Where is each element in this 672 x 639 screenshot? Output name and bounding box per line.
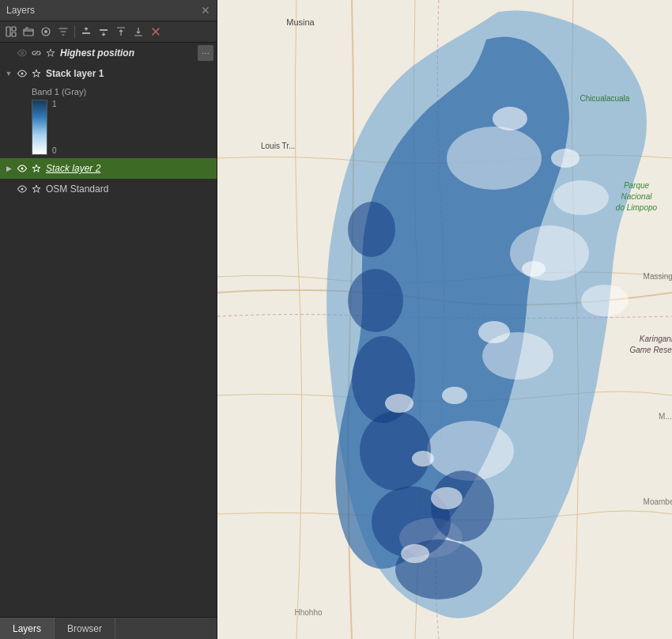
move-to-top-button[interactable]: [113, 24, 129, 40]
svg-point-14: [510, 225, 589, 281]
move-to-bottom-button[interactable]: [130, 24, 146, 40]
visibility-osm-icon[interactable]: [16, 183, 28, 195]
layer-controls-stack2: [16, 162, 43, 175]
svg-text:Massingir: Massingir: [644, 272, 672, 281]
svg-point-31: [522, 261, 546, 277]
svg-text:Parque: Parque: [624, 181, 650, 190]
svg-point-29: [442, 387, 467, 404]
remove-layer-button[interactable]: [148, 24, 164, 40]
svg-text:do Limpopo: do Limpopo: [616, 203, 658, 212]
color-ramp: [32, 100, 47, 155]
expand-stack-2[interactable]: ▶: [3, 163, 14, 174]
layers-panel: Layers ✕: [0, 0, 217, 639]
svg-point-27: [385, 394, 413, 413]
stack-layer-1-label: Stack layer 1: [46, 68, 213, 79]
visibility-highest-icon[interactable]: [16, 47, 28, 59]
svg-point-5: [44, 30, 47, 33]
svg-point-23: [348, 269, 403, 332]
expand-stack-1[interactable]: ▼: [3, 68, 14, 79]
main-area: Layers ✕: [0, 0, 672, 639]
stack-layer-2-label: Stack layer 2: [46, 163, 213, 174]
layer-controls-highest: [16, 47, 57, 59]
highest-position-label: Highest position: [60, 47, 198, 59]
ramp-labels: 1 0: [52, 100, 57, 155]
svg-text:Louis Tr...: Louis Tr...: [261, 142, 295, 150]
layer-row-osm[interactable]: ▶ OSM Standard: [0, 179, 217, 199]
layer-controls-osm: [16, 183, 43, 195]
layer-controls-stack1: [16, 67, 43, 80]
svg-text:M...: M...: [659, 412, 672, 421]
svg-text:Karingani: Karingani: [640, 335, 672, 343]
svg-text:Game Reserve: Game Reserve: [629, 346, 672, 354]
svg-rect-0: [6, 27, 10, 36]
svg-point-24: [348, 202, 395, 257]
map-svg: Musina Chicualacuala Louis Tr... Parque …: [217, 0, 672, 639]
svg-point-28: [412, 451, 434, 467]
color-ramp-container: 1 0: [32, 100, 210, 155]
svg-point-18: [553, 180, 609, 215]
band-label: Band 1 (Gray): [32, 87, 210, 96]
svg-point-34: [431, 487, 462, 509]
layers-toolbar: [0, 21, 217, 43]
band-section: Band 1 (Gray) 1 0: [0, 84, 217, 158]
layers-tab[interactable]: Layers: [0, 618, 55, 639]
bottom-tabs: Layers Browser: [0, 617, 217, 639]
svg-point-10: [21, 168, 24, 170]
osm-standard-label: OSM Standard: [46, 183, 213, 195]
map-area[interactable]: Musina Chicualacuala Louis Tr... Parque …: [217, 0, 672, 639]
svg-rect-2: [12, 32, 16, 36]
svg-point-35: [401, 544, 429, 563]
svg-point-8: [21, 52, 24, 55]
svg-point-32: [551, 149, 580, 168]
open-layer-properties-button[interactable]: [3, 24, 19, 40]
svg-point-30: [478, 321, 510, 343]
layers-list: ▶: [0, 43, 217, 617]
svg-text:Hhohho: Hhohho: [294, 608, 322, 617]
svg-text:Moambe: Moambe: [644, 497, 672, 506]
svg-point-13: [447, 127, 542, 190]
move-layer-up-button[interactable]: [78, 24, 94, 40]
chain-link-icon: [30, 47, 43, 59]
move-layer-down-button[interactable]: [96, 24, 111, 40]
layer-row-stack-2[interactable]: ▶ Stack layer 2: [0, 158, 217, 179]
svg-text:Nacional: Nacional: [621, 192, 653, 201]
svg-text:Musina: Musina: [286, 17, 315, 27]
svg-rect-1: [12, 27, 16, 31]
svg-point-9: [21, 73, 24, 75]
visibility-stack2-icon[interactable]: [16, 162, 28, 175]
svg-point-21: [360, 411, 431, 490]
control-rendering-button[interactable]: [38, 24, 54, 40]
filter-layers-button[interactable]: [55, 24, 71, 40]
panel-title: Layers: [6, 5, 35, 16]
star-icon-highest: [44, 47, 57, 59]
svg-rect-6: [82, 32, 90, 34]
svg-point-19: [581, 285, 629, 316]
star-icon-stack2: [30, 162, 43, 175]
add-group-button[interactable]: [21, 24, 36, 40]
close-button[interactable]: ✕: [201, 4, 210, 17]
ramp-min-label: 0: [52, 146, 57, 155]
highest-options-button[interactable]: ⋯: [198, 45, 213, 61]
svg-point-33: [493, 107, 527, 130]
browser-tab[interactable]: Browser: [55, 618, 115, 639]
star-icon-stack1: [30, 67, 43, 80]
svg-rect-3: [24, 29, 33, 36]
svg-rect-7: [100, 29, 108, 31]
svg-point-11: [21, 188, 24, 191]
layer-row-stack-1[interactable]: ▼ Stack layer 1: [0, 63, 217, 84]
visibility-stack1-icon[interactable]: [16, 67, 28, 80]
svg-text:Chicualacuala: Chicualacuala: [580, 94, 630, 103]
star-icon-osm: [30, 183, 43, 195]
toolbar-sep-1: [74, 25, 75, 38]
ramp-max-label: 1: [52, 100, 57, 108]
panel-header: Layers ✕: [0, 0, 217, 21]
layer-row-highest-position[interactable]: ▶: [0, 43, 217, 63]
